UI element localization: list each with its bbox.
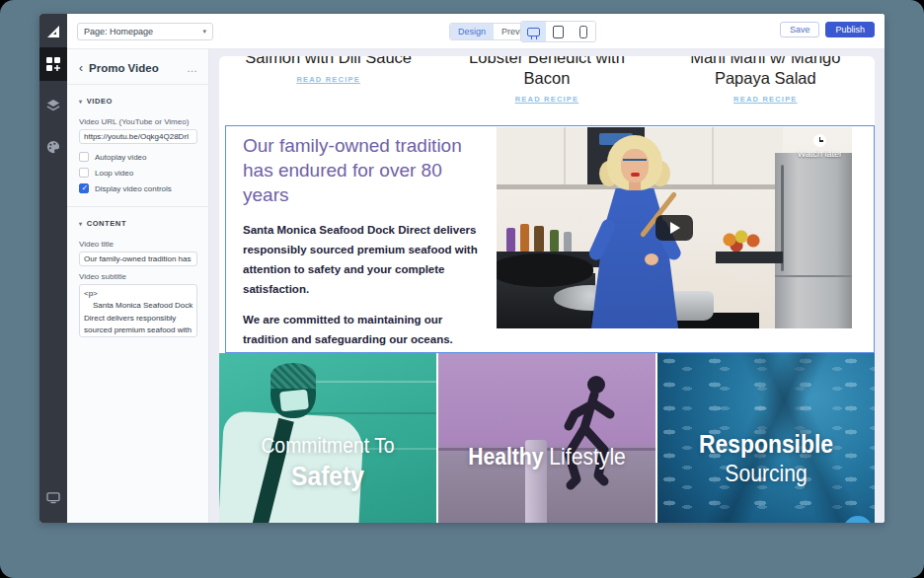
spice-bottle-shape <box>550 230 559 252</box>
recipe-title: Lobster Benedict with Bacon <box>437 56 655 88</box>
editor-window: Page: Homepage ▾ Design Preview Save Pub… <box>39 14 885 523</box>
video-title-input[interactable] <box>79 252 197 266</box>
video-section-header[interactable]: ▾ VIDEO <box>67 85 208 111</box>
publish-button[interactable]: Publish <box>825 22 875 37</box>
counter-right-shape <box>716 252 783 263</box>
mobile-icon <box>579 26 587 38</box>
read-recipe-link[interactable]: READ RECIPE <box>733 95 797 104</box>
toolbar-actions: Save Publish <box>780 22 875 37</box>
tile-caption: Responsible Sourcing <box>670 430 862 487</box>
section-collapse-icon: ▾ <box>79 98 83 105</box>
fruit-bowl-shape <box>722 230 765 252</box>
palette-icon <box>46 140 60 154</box>
mobile-view-button[interactable] <box>571 22 595 41</box>
recipe-card: Salmon with Dill Sauce READ RECIPE <box>219 56 437 106</box>
site-preview: Salmon with Dill Sauce READ RECIPE Lobst… <box>219 56 875 523</box>
loop-label: Loop video <box>95 169 133 178</box>
tile-caption: Commitment To Safety <box>232 434 424 491</box>
layers-icon <box>46 99 60 112</box>
chevron-down-icon: ▾ <box>202 28 206 36</box>
presenter-hand-shape <box>645 253 658 265</box>
autoplay-label: Autoplay video <box>95 153 146 162</box>
read-recipe-link[interactable]: READ RECIPE <box>296 75 359 84</box>
play-icon <box>670 222 680 234</box>
top-toolbar: Page: Homepage ▾ Design Preview Save Pub… <box>67 14 885 49</box>
presenter-lips-shape <box>631 173 640 177</box>
spice-bottle-shape <box>564 232 572 252</box>
recipe-card: Mahi Mahi w/ Mango Papaya Salad READ REC… <box>656 56 875 106</box>
sidebar-item-device-preview[interactable] <box>39 481 67 515</box>
video-section-title: VIDEO <box>87 97 113 106</box>
sidebar-item-layers[interactable] <box>39 89 67 122</box>
loop-checkbox-row[interactable]: Loop video <box>67 165 208 181</box>
watch-later-label: Watch later <box>798 149 842 159</box>
tile-caption-line2: Safety <box>232 461 424 491</box>
back-chevron-icon[interactable]: ‹ <box>79 62 83 74</box>
section-collapse-icon: ▾ <box>79 220 83 227</box>
content-section-title: CONTENT <box>87 219 126 228</box>
widget-settings-panel: ‹ Promo Video … ▾ VIDEO Video URL (YouTu… <box>67 49 209 523</box>
more-options-icon[interactable]: … <box>187 66 198 70</box>
autoplay-checkbox-row[interactable]: Autoplay video <box>67 149 208 165</box>
content-section-header[interactable]: ▾ CONTENT <box>67 207 208 234</box>
widgets-icon <box>46 57 60 71</box>
clock-icon <box>813 134 826 147</box>
left-rail <box>39 14 67 523</box>
design-tab[interactable]: Design <box>450 24 494 39</box>
spice-bottle-shape <box>506 228 515 252</box>
tile-caption-line1: Responsible <box>699 429 833 459</box>
desktop-icon <box>527 28 540 36</box>
autoplay-checkbox[interactable] <box>79 152 89 162</box>
read-recipe-link[interactable]: READ RECIPE <box>515 95 578 104</box>
pan-shape <box>497 253 593 287</box>
promo-video-widget-selected[interactable]: Our family-owned tradition has endured f… <box>225 125 875 353</box>
video-subtitle-label: Video subtitle <box>67 266 208 284</box>
youtube-play-button[interactable] <box>655 215 693 241</box>
sidebar-item-theme[interactable] <box>39 130 67 164</box>
desktop-background: Page: Homepage ▾ Design Preview Save Pub… <box>0 0 924 578</box>
fridge-shape <box>775 153 852 328</box>
page-selector-dropdown[interactable]: Page: Homepage ▾ <box>77 23 213 40</box>
spice-bottle-shape <box>520 224 529 252</box>
app-logo-icon[interactable] <box>45 24 61 39</box>
tile-caption: Healthy Lifestyle <box>451 444 643 470</box>
tablet-view-button[interactable] <box>546 22 571 41</box>
recipe-title: Salmon with Dill Sauce <box>219 56 437 68</box>
worker-mask-shape <box>279 390 309 412</box>
recipe-title: Mahi Mahi w/ Mango Papaya Salad <box>656 56 875 88</box>
panel-title: Promo Video <box>89 62 159 74</box>
monitor-icon <box>46 492 60 504</box>
fridge-divider-shape <box>775 275 852 277</box>
worker-hairnet-shape <box>270 363 316 389</box>
tile-responsible-sourcing[interactable]: Responsible Sourcing <box>657 353 875 523</box>
tile-commitment-to-safety[interactable]: Commitment To Safety <box>219 353 436 523</box>
video-title-label: Video title <box>67 234 208 252</box>
save-button[interactable]: Save <box>780 22 820 37</box>
sidebar-item-widgets[interactable] <box>39 47 67 81</box>
video-url-label: Video URL (YouTube or Vimeo) <box>67 111 208 129</box>
controls-checkbox[interactable] <box>79 183 89 193</box>
tablet-icon <box>553 26 564 38</box>
recipe-card: Lobster Benedict with Bacon READ RECIPE <box>437 56 655 106</box>
tile-caption-word2: Lifestyle <box>549 443 625 470</box>
promo-heading: Our family-owned tradition has endured f… <box>243 133 488 207</box>
controls-checkbox-row[interactable]: Display video controls <box>67 181 208 196</box>
recipes-row: Salmon with Dill Sauce READ RECIPE Lobst… <box>219 56 875 106</box>
loop-checkbox[interactable] <box>79 168 89 178</box>
promo-text-column: Our family-owned tradition has endured f… <box>243 133 488 350</box>
desktop-view-button[interactable] <box>521 22 546 41</box>
youtube-video-thumbnail[interactable]: Watch later <box>497 127 852 328</box>
presenter-glasses-shape <box>623 159 647 165</box>
video-url-input[interactable] <box>79 129 197 144</box>
tile-healthy-lifestyle[interactable]: Healthy Lifestyle <box>438 353 655 523</box>
page-selector-label: Page: Homepage <box>84 27 153 36</box>
editor-canvas-gutter: Salmon with Dill Sauce READ RECIPE Lobst… <box>209 49 885 523</box>
promo-paragraph-2: We are committed to maintaining our trad… <box>243 311 488 350</box>
watch-later-control[interactable]: Watch later <box>798 134 842 159</box>
promo-paragraph-1: Santa Monica Seafood Dock Direct deliver… <box>243 221 488 299</box>
feature-tiles-row: Commitment To Safety Healthy <box>219 353 875 523</box>
video-subtitle-textarea[interactable]: <p> Santa Monica Seafood Dock Direct del… <box>79 284 197 337</box>
tile-caption-word1: Healthy <box>468 443 543 470</box>
spice-bottle-shape <box>534 226 544 252</box>
presenter-face-shape <box>621 149 649 182</box>
